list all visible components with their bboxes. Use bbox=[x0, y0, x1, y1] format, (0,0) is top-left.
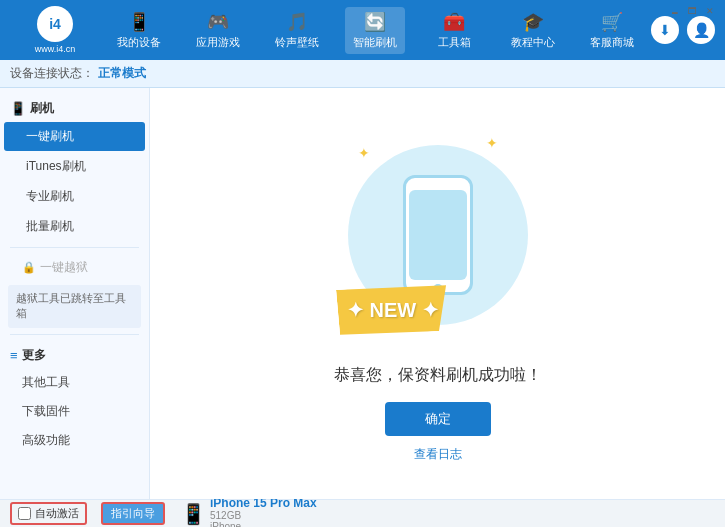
nav-service[interactable]: 🛒 客服商城 bbox=[582, 7, 642, 54]
user-button[interactable]: 👤 bbox=[687, 16, 715, 44]
flash-section-header: 📱 刷机 bbox=[0, 94, 149, 121]
device-icon: 📱 bbox=[181, 502, 206, 526]
window-controls: 🗕 🗖 ✕ bbox=[667, 4, 717, 18]
smart-flash-label: 智能刷机 bbox=[353, 35, 397, 50]
jailbreak-section-header: 🔒 一键越狱 bbox=[0, 254, 149, 281]
sidebar-download-firmware[interactable]: 下载固件 bbox=[0, 397, 149, 426]
sparkle-icon-1: ✦ bbox=[358, 145, 370, 161]
sidebar-batch-flash[interactable]: 批量刷机 bbox=[4, 212, 145, 241]
app-games-label: 应用游戏 bbox=[196, 35, 240, 50]
flash-section-label: 刷机 bbox=[30, 100, 54, 117]
confirm-button[interactable]: 确定 bbox=[385, 402, 491, 436]
more-section-header: ≡ 更多 bbox=[0, 341, 149, 368]
sparkle-icon-2: ✦ bbox=[486, 135, 498, 151]
close-button[interactable]: ✕ bbox=[703, 4, 717, 18]
auto-activate-label: 自动激活 bbox=[35, 506, 79, 521]
tutorial-label: 教程中心 bbox=[511, 35, 555, 50]
phone-screen bbox=[409, 190, 467, 280]
sidebar-advanced[interactable]: 高级功能 bbox=[0, 426, 149, 455]
logo-area: i4 www.i4.cn bbox=[10, 6, 100, 54]
sidebar-divider-2 bbox=[10, 334, 139, 335]
maximize-button[interactable]: 🗖 bbox=[685, 4, 699, 18]
service-icon: 🛒 bbox=[601, 11, 623, 33]
ringtone-label: 铃声壁纸 bbox=[275, 35, 319, 50]
new-ribbon: ✦ NEW ✦ bbox=[336, 280, 450, 339]
nav-tutorial[interactable]: 🎓 教程中心 bbox=[503, 7, 563, 54]
nav-toolbox[interactable]: 🧰 工具箱 bbox=[424, 7, 484, 54]
minimize-button[interactable]: 🗕 bbox=[667, 4, 681, 18]
guide-button[interactable]: 指引向导 bbox=[101, 502, 165, 525]
nav-ringtone[interactable]: 🎵 铃声壁纸 bbox=[267, 7, 327, 54]
lock-icon: 🔒 bbox=[22, 261, 36, 274]
sidebar-pro-flash[interactable]: 专业刷机 bbox=[4, 182, 145, 211]
topbar: i4 www.i4.cn 📱 我的设备 🎮 应用游戏 🎵 铃声壁纸 🔄 智能刷机 bbox=[0, 0, 725, 60]
device-info-row: 📱 iPhone 15 Pro Max 512GB iPhone bbox=[181, 496, 317, 528]
logo-subtext: www.i4.cn bbox=[35, 44, 76, 54]
ribbon-text: ✦ NEW ✦ bbox=[347, 298, 439, 322]
device-type: iPhone bbox=[210, 521, 317, 528]
nav-my-device[interactable]: 📱 我的设备 bbox=[109, 7, 169, 54]
phone-body bbox=[403, 175, 473, 295]
toolbox-icon: 🧰 bbox=[443, 11, 465, 33]
logo-icon: i4 bbox=[37, 6, 73, 42]
phone-illustration: ✦ ✦ ✦ NEW ✦ bbox=[338, 125, 538, 345]
tutorial-icon: 🎓 bbox=[522, 11, 544, 33]
bottom-top-row: 自动激活 指引向导 📱 iPhone 15 Pro Max 512GB iPho… bbox=[0, 500, 725, 527]
jailbreak-note: 越狱工具已跳转至工具箱 bbox=[8, 285, 141, 328]
sidebar: 📱 刷机 一键刷机 iTunes刷机 专业刷机 批量刷机 🔒 一键越狱 越狱工具… bbox=[0, 88, 150, 499]
nav-smart-flash[interactable]: 🔄 智能刷机 bbox=[345, 7, 405, 54]
ringtone-icon: 🎵 bbox=[286, 11, 308, 33]
my-device-label: 我的设备 bbox=[117, 35, 161, 50]
service-label: 客服商城 bbox=[590, 35, 634, 50]
device-info: iPhone 15 Pro Max 512GB iPhone bbox=[210, 496, 317, 528]
sidebar-one-click-flash[interactable]: 一键刷机 bbox=[4, 122, 145, 151]
view-log-link[interactable]: 查看日志 bbox=[414, 446, 462, 463]
more-section-icon: ≡ bbox=[10, 348, 18, 363]
subnav-prefix: 设备连接状态： bbox=[10, 65, 94, 82]
app-games-icon: 🎮 bbox=[207, 11, 229, 33]
subnav-status: 正常模式 bbox=[98, 65, 146, 82]
nav-app-games[interactable]: 🎮 应用游戏 bbox=[188, 7, 248, 54]
top-right-buttons: ⬇ 👤 bbox=[651, 16, 715, 44]
auto-activate-box: 自动激活 bbox=[10, 502, 87, 525]
bottom-bar: 自动激活 指引向导 📱 iPhone 15 Pro Max 512GB iPho… bbox=[0, 499, 725, 527]
sidebar-itunes-flash[interactable]: iTunes刷机 bbox=[4, 152, 145, 181]
my-device-icon: 📱 bbox=[128, 11, 150, 33]
auto-activate-checkbox[interactable] bbox=[18, 507, 31, 520]
toolbox-label: 工具箱 bbox=[438, 35, 471, 50]
device-storage: 512GB bbox=[210, 510, 317, 521]
subnav: 设备连接状态： 正常模式 bbox=[0, 60, 725, 88]
sidebar-other-tools[interactable]: 其他工具 bbox=[0, 368, 149, 397]
nav-items: 📱 我的设备 🎮 应用游戏 🎵 铃声壁纸 🔄 智能刷机 🧰 工具箱 🎓 bbox=[100, 7, 651, 54]
content-area: ✦ ✦ ✦ NEW ✦ 恭喜您，保资料刷机成功啦！ 确定 查看日志 bbox=[150, 88, 725, 499]
download-button[interactable]: ⬇ bbox=[651, 16, 679, 44]
sidebar-divider-1 bbox=[10, 247, 139, 248]
flash-section-icon: 📱 bbox=[10, 101, 26, 116]
success-message: 恭喜您，保资料刷机成功啦！ bbox=[334, 365, 542, 386]
smart-flash-icon: 🔄 bbox=[364, 11, 386, 33]
main-layout: 📱 刷机 一键刷机 iTunes刷机 专业刷机 批量刷机 🔒 一键越狱 越狱工具… bbox=[0, 88, 725, 499]
